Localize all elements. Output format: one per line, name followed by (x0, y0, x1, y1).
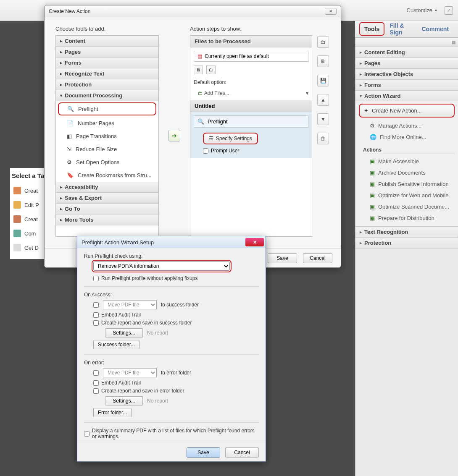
triangle-down-icon: ▼ (321, 116, 326, 122)
to-error-label: to error folder (161, 370, 191, 376)
action-make-accessible[interactable]: ▣Make Accessible (359, 156, 455, 167)
move-up-button[interactable]: ▲ (317, 94, 329, 106)
success-report-checkbox[interactable] (93, 320, 99, 326)
error-report-checkbox[interactable] (93, 388, 99, 394)
task-item-5[interactable]: Get D (12, 241, 47, 255)
accordion-pages[interactable]: ▸Pages (355, 58, 458, 68)
step-side-buttons: 🗀 🗎 💾 ▲ ▼ 🗑 (317, 35, 330, 248)
prompt-user-row[interactable]: Prompt User (203, 148, 308, 154)
step-preflight[interactable]: 🔍Preflight (194, 115, 308, 128)
tab-fill-sign[interactable]: Fill & Sign (384, 19, 416, 39)
error-folder-button[interactable]: Error folder... (93, 408, 132, 417)
action-prepare-distribution[interactable]: ▣Prepare for Distribution (359, 212, 455, 224)
tab-comment[interactable]: Comment (416, 22, 454, 36)
no-report-label-2: No report (147, 398, 168, 404)
action-wizard-body: ✦Create New Action... ⚙Manage Actions...… (355, 101, 458, 226)
cat-forms[interactable]: ▸Forms (56, 58, 158, 68)
action-optimize-scanned[interactable]: ▣Optimize Scanned Docume... (359, 201, 455, 212)
success-embed-checkbox[interactable] (93, 312, 99, 318)
check-icon: ▣ (370, 192, 375, 199)
accordion-content-editing[interactable]: ▸Content Editing (355, 47, 458, 58)
no-report-label: No report (147, 330, 168, 336)
accordion-protection[interactable]: ▸Protection (355, 238, 458, 248)
add-folder-step-button[interactable]: 🗀 (317, 36, 329, 48)
add-step-button[interactable]: ➜ (168, 130, 180, 141)
accordion-interactive-objects[interactable]: ▸Interactive Objects (355, 69, 458, 79)
move-down-button[interactable]: ▼ (317, 113, 329, 125)
tool-preflight[interactable]: 🔍Preflight (58, 102, 156, 115)
tool-page-transitions[interactable]: ◧Page Transitions (56, 130, 158, 143)
task-item-2[interactable]: Edit P (12, 198, 47, 212)
specify-settings-button[interactable]: ☰Specify Settings (203, 133, 258, 144)
preflight-save-button[interactable]: Save (187, 447, 220, 458)
tool-reduce-file-size[interactable]: ⇲Reduce File Size (56, 143, 158, 156)
cat-more-tools[interactable]: ▸More Tools (56, 214, 158, 225)
add-folder-button[interactable]: 🗀 (206, 65, 216, 74)
error-move-checkbox[interactable] (93, 370, 99, 376)
folder-icon: 🗀 (209, 67, 213, 72)
add-page-step-button[interactable]: 🗎 (317, 55, 329, 67)
preflight-profile-select[interactable]: Remove PDF/A information (93, 262, 230, 271)
dialog-cancel-button[interactable]: Cancel (303, 253, 332, 263)
success-settings-button[interactable]: Settings... (105, 328, 143, 337)
error-settings-button[interactable]: Settings... (105, 396, 143, 405)
actions-section-label: Actions (363, 147, 455, 154)
cat-pages[interactable]: ▸Pages (56, 47, 158, 58)
preflight-icon: 🔍 (67, 106, 74, 112)
tool-create-bookmarks[interactable]: 🔖Create Bookmarks from Stru... (56, 169, 158, 182)
accordion-forms[interactable]: ▸Forms (355, 80, 458, 90)
accordion-text-recognition[interactable]: ▸Text Recognition (355, 227, 458, 237)
create-new-action-button[interactable]: ✦Create New Action... (359, 104, 455, 118)
tool-number-pages[interactable]: 📄Number Pages (56, 117, 158, 130)
cat-recognize-text[interactable]: ▸Recognize Text (56, 68, 158, 79)
to-success-label: to success folder (161, 302, 199, 308)
preflight-cancel-button[interactable]: Cancel (225, 447, 259, 458)
find-more-online-link[interactable]: 🌐Find More Online... (359, 131, 455, 143)
without-fixups-checkbox[interactable] (93, 276, 99, 281)
preflight-close-button[interactable]: ✕ (245, 238, 264, 246)
dialog-save-button[interactable]: Save (268, 253, 297, 263)
pdf-icon (13, 215, 21, 223)
check-icon: ▣ (370, 204, 375, 210)
task-item-4[interactable]: Com (12, 226, 47, 241)
success-move-select[interactable]: Move PDF file (103, 300, 157, 309)
dialog-close-button[interactable]: ✕ (325, 8, 337, 15)
success-move-checkbox[interactable] (93, 302, 99, 308)
action-optimize-web[interactable]: ▣Optimize for Web and Mobile (359, 190, 455, 201)
error-embed-checkbox[interactable] (93, 380, 99, 386)
cat-content[interactable]: ▸Content (56, 36, 158, 47)
action-publish-sensitive[interactable]: ▣Publish Sensitive Information (359, 178, 455, 190)
add-file-button[interactable]: 🗎 (194, 65, 203, 74)
error-move-select[interactable]: Move PDF file (103, 368, 157, 377)
add-save-step-button[interactable]: 💾 (317, 75, 329, 86)
delete-step-button[interactable]: 🗑 (317, 133, 329, 144)
maximize-icon[interactable]: ⤢ (445, 6, 453, 15)
cat-document-processing[interactable]: ▾Document Processing (56, 90, 158, 101)
manage-actions-link[interactable]: ⚙Manage Actions... (359, 120, 455, 131)
success-folder-button[interactable]: Success folder... (93, 340, 140, 349)
customize-dropdown[interactable]: Customize (403, 5, 440, 15)
prompt-user-checkbox[interactable] (203, 148, 208, 154)
steps-label: Action steps to show: (190, 26, 330, 32)
tool-set-open-options[interactable]: ⚙Set Open Options (56, 156, 158, 169)
default-option-label: Default option: (194, 79, 308, 85)
cat-save-export[interactable]: ▸Save & Export (56, 193, 158, 204)
bookmark-icon: 🔖 (67, 172, 74, 178)
task-item-3[interactable]: Creat (12, 212, 47, 226)
steps-panel: Files to be Processed ▤Currently open fi… (190, 35, 312, 237)
preflight-titlebar: Preflight: Action Wizard Setup ✕ (77, 236, 266, 248)
summary-checkbox[interactable] (84, 431, 89, 437)
tab-tools[interactable]: Tools (359, 22, 384, 36)
cat-accessibility[interactable]: ▸Accessibility (56, 182, 158, 193)
action-archive-documents[interactable]: ▣Archive Documents (359, 167, 455, 178)
file-icon: 🗎 (196, 67, 201, 72)
accordion-action-wizard[interactable]: ▾Action Wizard (355, 91, 458, 101)
task-item-1[interactable]: Creat (12, 183, 47, 198)
dialog-title-text: Create New Action (49, 8, 90, 14)
cat-protection[interactable]: ▸Protection (56, 79, 158, 90)
cat-go-to[interactable]: ▸Go To (56, 204, 158, 214)
current-file-box: ▤Currently open file as default (194, 51, 308, 62)
panel-tabs: Tools Fill & Sign Comment (355, 21, 458, 38)
add-files-dropdown[interactable]: 🗀 Add Files...▾ (198, 90, 308, 96)
plus-folder-icon: 🗀 (198, 90, 203, 96)
